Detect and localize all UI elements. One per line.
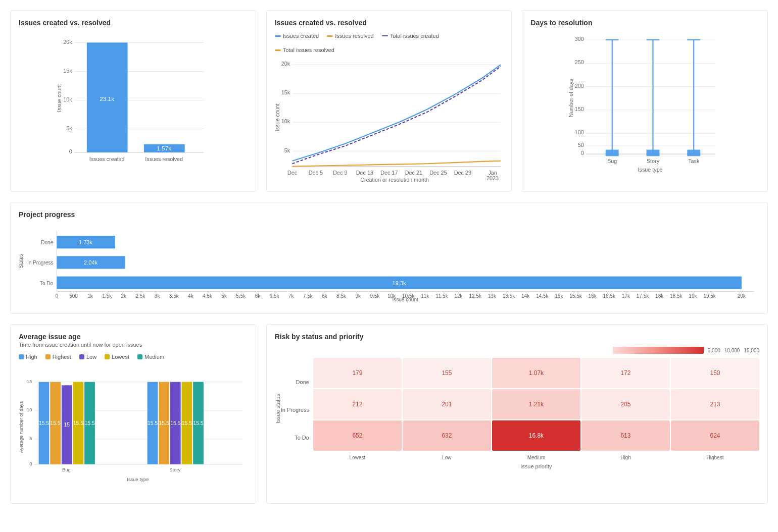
svg-text:15: 15	[27, 379, 32, 384]
heatmap-cell-inprogress-lowest: 212	[313, 389, 402, 419]
legend-total-created: Total issues created	[382, 33, 439, 39]
svg-text:15.5: 15.5	[182, 420, 192, 426]
project-progress-chart: Status Done In Progress To Do 1.73k 2.04…	[19, 225, 759, 305]
legend-sq-high	[19, 354, 24, 359]
svg-text:Story: Story	[647, 158, 660, 164]
svg-text:10k: 10k	[281, 118, 290, 124]
legend-label-created: Issues created	[283, 33, 319, 39]
svg-text:13.5k: 13.5k	[503, 293, 516, 299]
svg-text:11.5k: 11.5k	[435, 293, 449, 299]
svg-text:23.1k: 23.1k	[100, 95, 114, 102]
svg-text:5: 5	[29, 436, 32, 441]
legend-high: High	[19, 354, 37, 360]
legend-label-resolved: Issues resolved	[335, 33, 373, 39]
line-chart-legend: Issues created Issues resolved Total iss…	[275, 33, 504, 53]
svg-text:Average number of days: Average number of days	[19, 401, 24, 453]
svg-text:19k: 19k	[689, 293, 697, 299]
legend-label-total-resolved: Total issues resolved	[283, 47, 334, 53]
svg-text:Status: Status	[19, 254, 24, 268]
svg-text:14.5k: 14.5k	[536, 293, 549, 299]
col-label-low: Low	[403, 453, 491, 460]
svg-text:15.5: 15.5	[170, 420, 180, 426]
svg-text:2.04k: 2.04k	[84, 259, 98, 265]
col-label-lowest: Lowest	[313, 453, 402, 460]
svg-text:Done: Done	[41, 240, 53, 245]
svg-text:100: 100	[575, 129, 584, 135]
heatmap-cell-inprogress-highest: 213	[671, 389, 759, 419]
heatmap-cell-done-highest: 150	[671, 358, 759, 388]
svg-text:3.5k: 3.5k	[169, 293, 179, 299]
legend-sq-lowest	[105, 354, 110, 359]
risk-y-label-inprogress: In Progress	[281, 407, 309, 413]
svg-text:Bug: Bug	[62, 467, 71, 472]
svg-text:15.5: 15.5	[148, 420, 158, 426]
svg-text:Dec 21: Dec 21	[405, 170, 422, 176]
colorbar-label-5k: 5,000	[708, 348, 720, 353]
svg-rect-60	[647, 150, 660, 156]
legend-sq-low	[79, 354, 84, 359]
legend-issues-created: Issues created	[275, 33, 319, 39]
svg-text:15.5: 15.5	[39, 420, 49, 426]
svg-text:0: 0	[581, 150, 584, 156]
heatmap-cell-todo-lowest: 652	[313, 420, 402, 451]
svg-text:Issue count: Issue count	[392, 297, 418, 302]
risk-chart-outer: Issue status Done In Progress To Do 179 …	[275, 358, 759, 469]
days-resolution-panel: Days to resolution 300 250 200 150 100 5…	[522, 10, 768, 192]
risk-y-labels: Done In Progress To Do	[281, 358, 313, 469]
svg-rect-56	[606, 150, 619, 156]
legend-highest-label: Highest	[53, 354, 71, 360]
svg-text:12k: 12k	[454, 293, 463, 299]
bar-compare-title: Issues created vs. resolved	[19, 19, 248, 27]
svg-text:15.5k: 15.5k	[569, 293, 582, 299]
svg-text:Issue type: Issue type	[638, 167, 663, 173]
heatmap-cell-todo-medium: 16.8k	[492, 420, 580, 451]
legend-dot-created	[275, 35, 281, 37]
heatmap-cell-done-medium: 1.07k	[492, 358, 580, 388]
svg-text:20k: 20k	[738, 293, 746, 299]
svg-text:Dec 13: Dec 13	[356, 170, 373, 176]
svg-text:5k: 5k	[284, 147, 290, 153]
svg-text:15: 15	[64, 422, 70, 428]
col-label-medium: Medium	[492, 453, 580, 460]
issue-age-legend: High Highest Low Lowest Medium	[19, 354, 248, 360]
heatmap-cell-done-high: 172	[581, 358, 670, 388]
svg-text:15.5: 15.5	[51, 420, 61, 426]
colorbar-label-10k: 10,000	[724, 348, 740, 353]
svg-text:7.5k: 7.5k	[303, 293, 313, 299]
svg-text:8.5k: 8.5k	[336, 293, 347, 299]
svg-text:15k: 15k	[63, 68, 72, 74]
svg-text:1k: 1k	[87, 293, 93, 299]
svg-text:6k: 6k	[255, 293, 261, 299]
svg-text:1.5k: 1.5k	[102, 293, 112, 299]
svg-text:16k: 16k	[589, 293, 597, 299]
svg-text:19.5k: 19.5k	[703, 293, 716, 299]
svg-text:500: 500	[69, 293, 78, 299]
svg-text:0: 0	[56, 293, 59, 299]
risk-y-label-todo: To Do	[281, 435, 309, 441]
heatmap-cell-inprogress-medium: 1.21k	[492, 389, 580, 419]
svg-text:Issue type: Issue type	[127, 476, 149, 482]
svg-text:0: 0	[29, 461, 32, 466]
svg-text:18.5k: 18.5k	[670, 293, 683, 299]
svg-text:15.5: 15.5	[84, 420, 94, 426]
risk-y-axis-title: Issue status	[275, 394, 281, 423]
legend-label-total-created: Total issues created	[390, 33, 439, 39]
colorbar-container: 5,000 10,000 15,000	[275, 347, 759, 354]
svg-text:19.3k: 19.3k	[393, 280, 406, 286]
svg-text:15.5: 15.5	[159, 420, 169, 426]
svg-text:17k: 17k	[622, 293, 630, 299]
svg-text:200: 200	[575, 83, 584, 89]
svg-text:250: 250	[575, 59, 584, 65]
svg-text:12.5k: 12.5k	[469, 293, 482, 299]
svg-text:16.5k: 16.5k	[603, 293, 616, 299]
svg-text:17.5k: 17.5k	[637, 293, 650, 299]
heatmap-cell-todo-high: 613	[581, 420, 670, 451]
legend-low: Low	[79, 354, 96, 360]
svg-text:15k: 15k	[555, 293, 563, 299]
svg-text:4k: 4k	[188, 293, 194, 299]
col-label-high: High	[581, 453, 670, 460]
svg-text:50: 50	[578, 142, 584, 148]
svg-text:Task: Task	[689, 158, 700, 164]
svg-text:8k: 8k	[322, 293, 328, 299]
svg-text:15.5: 15.5	[73, 420, 83, 426]
